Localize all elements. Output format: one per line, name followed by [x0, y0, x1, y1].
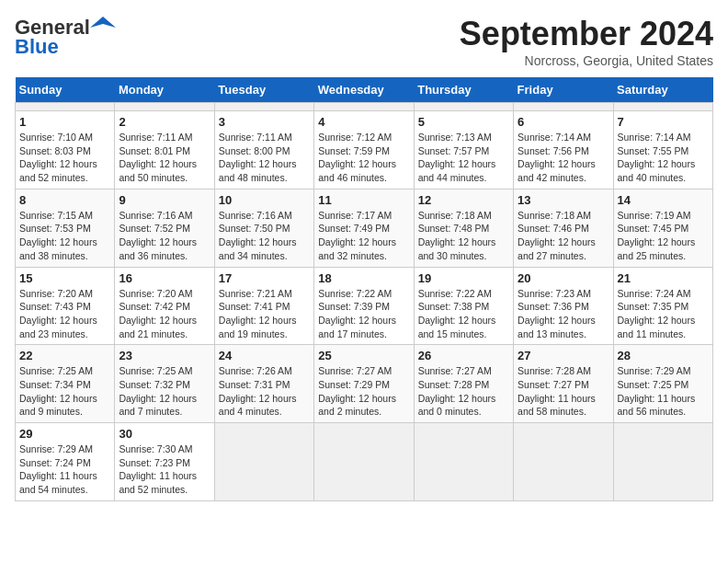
- table-row: 16 Sunrise: 7:20 AMSunset: 7:42 PMDaylig…: [115, 267, 214, 345]
- day-number: 23: [119, 349, 210, 362]
- table-row: 25 Sunrise: 7:27 AMSunset: 7:29 PMDaylig…: [314, 345, 414, 423]
- table-row: [214, 103, 313, 111]
- day-number: 4: [318, 115, 409, 129]
- table-row: 4 Sunrise: 7:12 AMSunset: 7:59 PMDayligh…: [314, 111, 414, 190]
- day-number: 7: [618, 115, 709, 129]
- day-number: 5: [418, 115, 509, 129]
- table-row: [314, 103, 414, 111]
- day-number: 27: [518, 349, 609, 362]
- day-number: 17: [219, 271, 310, 285]
- day-number: 29: [19, 427, 110, 441]
- logo-bird-icon: [90, 15, 116, 40]
- table-row: 23 Sunrise: 7:25 AMSunset: 7:32 PMDaylig…: [115, 345, 214, 423]
- day-number: 15: [19, 271, 110, 285]
- table-row: 26 Sunrise: 7:27 AMSunset: 7:28 PMDaylig…: [414, 345, 513, 423]
- calendar-week-row: 15 Sunrise: 7:20 AMSunset: 7:43 PMDaylig…: [16, 267, 713, 345]
- logo-blue: Blue: [15, 35, 59, 59]
- calendar-week-row: 1 Sunrise: 7:10 AMSunset: 8:03 PMDayligh…: [16, 111, 713, 190]
- table-row: 22 Sunrise: 7:25 AMSunset: 7:34 PMDaylig…: [16, 345, 115, 423]
- day-detail: Sunrise: 7:20 AMSunset: 7:42 PMDaylight:…: [119, 288, 197, 339]
- day-number: 1: [19, 115, 110, 129]
- table-row: 12 Sunrise: 7:18 AMSunset: 7:48 PMDaylig…: [414, 189, 513, 267]
- day-detail: Sunrise: 7:14 AMSunset: 7:55 PMDaylight:…: [618, 132, 696, 183]
- day-detail: Sunrise: 7:22 AMSunset: 7:39 PMDaylight:…: [318, 288, 396, 339]
- header-thursday: Thursday: [414, 77, 513, 103]
- day-number: 18: [318, 271, 409, 285]
- table-row: [613, 423, 712, 501]
- table-row: 30 Sunrise: 7:30 AMSunset: 7:23 PMDaylig…: [115, 423, 214, 501]
- day-detail: Sunrise: 7:11 AMSunset: 8:01 PMDaylight:…: [119, 132, 197, 183]
- day-detail: Sunrise: 7:25 AMSunset: 7:32 PMDaylight:…: [119, 365, 197, 417]
- table-row: 20 Sunrise: 7:23 AMSunset: 7:36 PMDaylig…: [514, 267, 613, 345]
- table-row: [613, 103, 712, 111]
- day-detail: Sunrise: 7:27 AMSunset: 7:28 PMDaylight:…: [418, 365, 496, 417]
- calendar-title: September 2024: [460, 15, 713, 53]
- table-row: 21 Sunrise: 7:24 AMSunset: 7:35 PMDaylig…: [613, 267, 712, 345]
- header-friday: Friday: [514, 77, 613, 103]
- table-row: 19 Sunrise: 7:22 AMSunset: 7:38 PMDaylig…: [414, 267, 513, 345]
- day-number: 16: [119, 271, 210, 285]
- day-number: 25: [318, 349, 409, 362]
- table-row: 7 Sunrise: 7:14 AMSunset: 7:55 PMDayligh…: [613, 111, 712, 190]
- day-detail: Sunrise: 7:19 AMSunset: 7:45 PMDaylight:…: [618, 210, 696, 261]
- day-number: 10: [219, 193, 310, 207]
- day-detail: Sunrise: 7:17 AMSunset: 7:49 PMDaylight:…: [318, 210, 396, 261]
- day-detail: Sunrise: 7:27 AMSunset: 7:29 PMDaylight:…: [318, 365, 396, 417]
- table-row: [214, 423, 313, 501]
- day-detail: Sunrise: 7:21 AMSunset: 7:41 PMDaylight:…: [219, 288, 297, 339]
- day-detail: Sunrise: 7:24 AMSunset: 7:35 PMDaylight:…: [618, 288, 696, 339]
- table-row: 14 Sunrise: 7:19 AMSunset: 7:45 PMDaylig…: [613, 189, 712, 267]
- day-detail: Sunrise: 7:25 AMSunset: 7:34 PMDaylight:…: [19, 365, 97, 417]
- header-tuesday: Tuesday: [214, 77, 313, 103]
- table-row: 2 Sunrise: 7:11 AMSunset: 8:01 PMDayligh…: [115, 111, 214, 190]
- table-row: 11 Sunrise: 7:17 AMSunset: 7:49 PMDaylig…: [314, 189, 414, 267]
- table-row: 13 Sunrise: 7:18 AMSunset: 7:46 PMDaylig…: [514, 189, 613, 267]
- day-number: 2: [119, 115, 210, 129]
- table-row: 6 Sunrise: 7:14 AMSunset: 7:56 PMDayligh…: [514, 111, 613, 190]
- day-detail: Sunrise: 7:13 AMSunset: 7:57 PMDaylight:…: [418, 132, 496, 183]
- table-row: [314, 423, 414, 501]
- day-detail: Sunrise: 7:11 AMSunset: 8:00 PMDaylight:…: [219, 132, 297, 183]
- logo: General Blue: [15, 15, 116, 59]
- table-row: 28 Sunrise: 7:29 AMSunset: 7:25 PMDaylig…: [613, 345, 712, 423]
- table-row: [414, 103, 513, 111]
- table-row: 3 Sunrise: 7:11 AMSunset: 8:00 PMDayligh…: [214, 111, 313, 190]
- calendar-week-row: 29 Sunrise: 7:29 AMSunset: 7:24 PMDaylig…: [16, 423, 713, 501]
- day-detail: Sunrise: 7:28 AMSunset: 7:27 PMDaylight:…: [518, 365, 596, 417]
- day-number: 19: [418, 271, 509, 285]
- table-row: 9 Sunrise: 7:16 AMSunset: 7:52 PMDayligh…: [115, 189, 214, 267]
- table-row: 29 Sunrise: 7:29 AMSunset: 7:24 PMDaylig…: [16, 423, 115, 501]
- table-row: 5 Sunrise: 7:13 AMSunset: 7:57 PMDayligh…: [414, 111, 513, 190]
- table-row: [514, 423, 613, 501]
- day-detail: Sunrise: 7:18 AMSunset: 7:46 PMDaylight:…: [518, 210, 596, 261]
- day-detail: Sunrise: 7:18 AMSunset: 7:48 PMDaylight:…: [418, 210, 496, 261]
- header-sunday: Sunday: [16, 77, 115, 103]
- day-number: 22: [19, 349, 110, 362]
- header-monday: Monday: [115, 77, 214, 103]
- day-detail: Sunrise: 7:12 AMSunset: 7:59 PMDaylight:…: [318, 132, 396, 183]
- calendar-header-row: Sunday Monday Tuesday Wednesday Thursday…: [16, 77, 713, 103]
- table-row: 18 Sunrise: 7:22 AMSunset: 7:39 PMDaylig…: [314, 267, 414, 345]
- header-saturday: Saturday: [613, 77, 712, 103]
- day-detail: Sunrise: 7:26 AMSunset: 7:31 PMDaylight:…: [219, 365, 297, 417]
- table-row: [414, 423, 513, 501]
- day-detail: Sunrise: 7:29 AMSunset: 7:24 PMDaylight:…: [19, 443, 97, 495]
- table-row: [115, 103, 214, 111]
- day-number: 11: [318, 193, 409, 207]
- day-detail: Sunrise: 7:10 AMSunset: 8:03 PMDaylight:…: [19, 132, 97, 183]
- table-row: 15 Sunrise: 7:20 AMSunset: 7:43 PMDaylig…: [16, 267, 115, 345]
- day-number: 28: [618, 349, 709, 362]
- day-number: 21: [618, 271, 709, 285]
- day-number: 30: [119, 427, 210, 441]
- table-row: [16, 103, 115, 111]
- day-number: 6: [518, 115, 609, 129]
- table-row: 24 Sunrise: 7:26 AMSunset: 7:31 PMDaylig…: [214, 345, 313, 423]
- table-row: 10 Sunrise: 7:16 AMSunset: 7:50 PMDaylig…: [214, 189, 313, 267]
- day-detail: Sunrise: 7:16 AMSunset: 7:50 PMDaylight:…: [219, 210, 297, 261]
- day-detail: Sunrise: 7:14 AMSunset: 7:56 PMDaylight:…: [518, 132, 596, 183]
- calendar-table: Sunday Monday Tuesday Wednesday Thursday…: [15, 77, 713, 501]
- table-row: [514, 103, 613, 111]
- table-row: 8 Sunrise: 7:15 AMSunset: 7:53 PMDayligh…: [16, 189, 115, 267]
- day-detail: Sunrise: 7:15 AMSunset: 7:53 PMDaylight:…: [19, 210, 97, 261]
- day-detail: Sunrise: 7:16 AMSunset: 7:52 PMDaylight:…: [119, 210, 197, 261]
